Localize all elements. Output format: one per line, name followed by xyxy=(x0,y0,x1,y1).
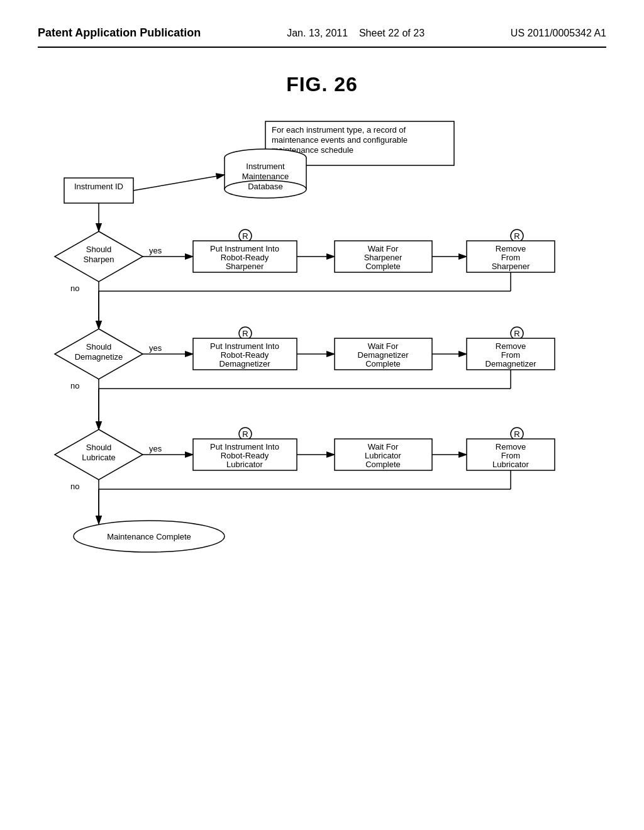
svg-text:Maintenance Complete: Maintenance Complete xyxy=(107,532,191,541)
svg-text:Complete: Complete xyxy=(365,262,401,271)
svg-text:no: no xyxy=(70,284,79,293)
svg-text:Remove: Remove xyxy=(496,442,526,451)
svg-text:yes: yes xyxy=(149,343,162,353)
svg-text:Instrument: Instrument xyxy=(246,162,285,171)
svg-text:Lubricate: Lubricate xyxy=(82,453,115,462)
svg-text:Instrument ID: Instrument ID xyxy=(74,182,123,191)
svg-text:Lubricator: Lubricator xyxy=(492,460,529,469)
patent-number-label: US 2011/0005342 A1 xyxy=(511,25,606,42)
svg-text:From: From xyxy=(501,451,520,460)
svg-text:Put Instrument Into: Put Instrument Into xyxy=(210,442,279,451)
svg-text:Demagnetizer: Demagnetizer xyxy=(358,350,409,360)
svg-text:no: no xyxy=(70,381,79,390)
svg-text:Robot-Ready: Robot-Ready xyxy=(221,350,269,360)
svg-text:Wait For: Wait For xyxy=(368,442,399,451)
svg-text:R: R xyxy=(514,231,519,241)
svg-text:Wait For: Wait For xyxy=(368,341,399,351)
publication-label: Patent Application Publication xyxy=(38,25,201,41)
svg-line-15 xyxy=(133,175,225,191)
svg-text:Robot-Ready: Robot-Ready xyxy=(221,451,269,460)
svg-text:Lubricator: Lubricator xyxy=(226,460,263,469)
svg-text:Sharpen: Sharpen xyxy=(83,255,114,264)
svg-text:R: R xyxy=(242,231,248,241)
svg-text:Complete: Complete xyxy=(365,359,401,368)
svg-text:yes: yes xyxy=(149,246,162,255)
svg-text:Wait For: Wait For xyxy=(368,244,399,253)
svg-text:Remove: Remove xyxy=(496,244,526,253)
svg-text:Put Instrument Into: Put Instrument Into xyxy=(210,244,279,253)
svg-text:Remove: Remove xyxy=(496,341,526,351)
page-header: Patent Application Publication Jan. 13, … xyxy=(38,25,606,48)
figure-title: FIG. 26 xyxy=(38,73,606,96)
svg-text:From: From xyxy=(501,253,520,262)
svg-text:Put Instrument Into: Put Instrument Into xyxy=(210,341,279,351)
svg-text:R: R xyxy=(242,429,248,439)
svg-text:Database: Database xyxy=(248,182,283,191)
svg-text:Sharpener: Sharpener xyxy=(492,262,530,271)
svg-text:Should: Should xyxy=(86,245,111,254)
svg-text:Sharpener: Sharpener xyxy=(364,253,402,262)
svg-text:Should: Should xyxy=(86,342,111,351)
svg-text:Demagnetizer: Demagnetizer xyxy=(486,359,537,368)
svg-text:no: no xyxy=(70,482,79,491)
svg-text:Sharpener: Sharpener xyxy=(226,262,264,271)
svg-text:R: R xyxy=(514,329,519,338)
svg-text:Maintenance: Maintenance xyxy=(242,172,289,181)
svg-text:Demagnetizer: Demagnetizer xyxy=(219,359,271,368)
svg-text:R: R xyxy=(514,429,519,439)
page: Patent Application Publication Jan. 13, … xyxy=(0,0,644,830)
svg-text:Lubricator: Lubricator xyxy=(365,451,401,460)
svg-text:Robot-Ready: Robot-Ready xyxy=(221,253,269,262)
date-sheet-label: Jan. 13, 2011 Sheet 22 of 23 xyxy=(287,25,425,42)
svg-text:maintenance events and configu: maintenance events and configurable xyxy=(272,135,408,145)
svg-text:From: From xyxy=(501,350,520,360)
svg-text:R: R xyxy=(242,329,248,338)
svg-text:Complete: Complete xyxy=(365,460,401,469)
svg-text:Demagnetize: Demagnetize xyxy=(75,352,123,362)
flowchart-diagram: For each instrument type, a record of ma… xyxy=(52,121,592,614)
svg-text:Should: Should xyxy=(86,443,111,452)
svg-text:yes: yes xyxy=(149,444,162,453)
svg-text:For each instrument type, a re: For each instrument type, a record of xyxy=(272,125,406,135)
